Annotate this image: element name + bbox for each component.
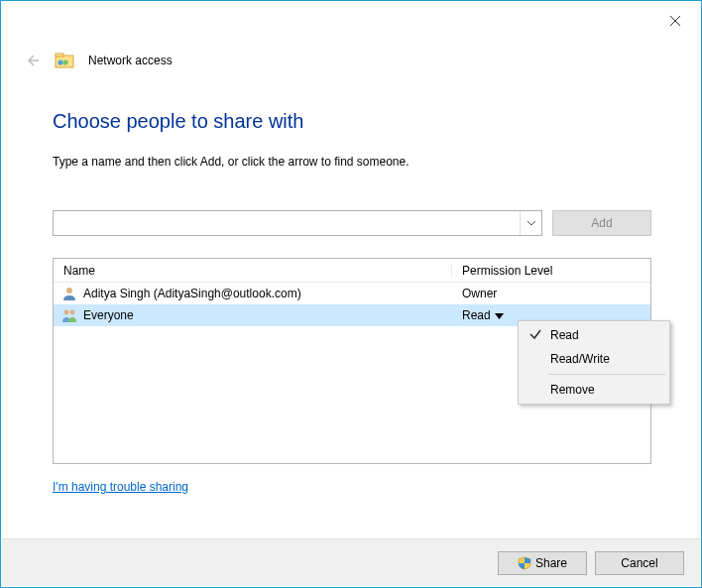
row-name: Aditya Singh (AdityaSingh@outlook.com)	[83, 287, 301, 300]
page-heading: Choose people to share with	[53, 110, 651, 133]
dropdown-separator	[548, 374, 665, 375]
cancel-button[interactable]: Cancel	[595, 551, 684, 575]
trouble-sharing-link[interactable]: I'm having trouble sharing	[53, 480, 188, 494]
group-icon	[61, 307, 77, 323]
row-name: Everyone	[83, 308, 134, 322]
page-subtext: Type a name and then click Add, or click…	[53, 155, 651, 169]
shield-icon	[518, 556, 531, 570]
name-input[interactable]	[53, 210, 542, 236]
name-combo[interactable]	[53, 210, 542, 236]
permission-dropdown-menu: Read Read/Write Remove	[518, 320, 670, 405]
user-icon	[61, 286, 77, 301]
permission-dropdown-caret[interactable]	[495, 308, 504, 322]
table-header: Name Permission Level	[54, 259, 650, 283]
dropdown-item-label: Remove	[550, 383, 595, 397]
dropdown-item-remove[interactable]: Remove	[521, 378, 667, 402]
svg-point-3	[62, 59, 67, 64]
svg-point-2	[58, 59, 62, 64]
header: Network access	[23, 51, 173, 70]
table-row[interactable]: Aditya Singh (AdityaSingh@outlook.com) O…	[54, 283, 650, 304]
window-title: Network access	[88, 54, 173, 67]
network-folder-icon	[55, 51, 74, 70]
share-button[interactable]: Share	[498, 551, 587, 575]
svg-point-6	[70, 310, 75, 315]
svg-point-4	[66, 288, 72, 294]
close-button[interactable]	[663, 9, 687, 33]
svg-point-5	[64, 310, 69, 315]
back-arrow-icon	[23, 52, 41, 69]
add-button[interactable]: Add	[552, 210, 651, 236]
share-button-label: Share	[535, 556, 567, 570]
check-icon	[528, 327, 542, 341]
column-header-name[interactable]: Name	[54, 264, 452, 278]
dropdown-item-read[interactable]: Read	[521, 323, 667, 347]
svg-rect-1	[56, 54, 63, 57]
combo-dropdown-arrow[interactable]	[520, 211, 541, 235]
row-permission[interactable]: Read	[462, 308, 491, 322]
dropdown-item-label: Read/Write	[550, 352, 610, 366]
row-permission: Owner	[462, 287, 497, 300]
column-header-permission[interactable]: Permission Level	[452, 264, 650, 278]
dropdown-item-label: Read	[550, 328, 579, 342]
dropdown-item-readwrite[interactable]: Read/Write	[521, 347, 667, 371]
footer: Share Cancel	[2, 538, 700, 586]
